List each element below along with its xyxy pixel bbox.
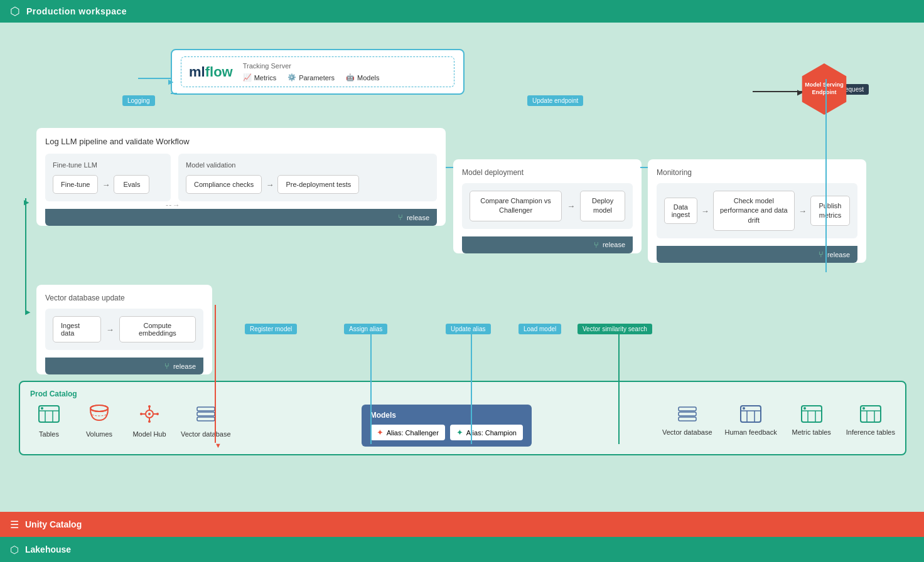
catalog-human-feedback: Human feedback xyxy=(725,405,777,436)
deploy-node: Deploy model xyxy=(580,191,625,221)
unity-catalog-bar: ☰ Unity Catalog xyxy=(0,512,924,537)
svg-rect-21 xyxy=(679,412,696,416)
svg-point-6 xyxy=(90,405,108,411)
serving-endpoint-label: Model Serving Endpoint xyxy=(803,82,845,96)
catalog-vector-db-left: Vector database xyxy=(181,405,231,438)
deployment-release-label: release xyxy=(603,241,625,248)
catalog-inference-tables-label: Inference tables xyxy=(846,428,895,436)
catalog-volumes: Volumes xyxy=(80,405,118,438)
serving-endpoint: Model Serving Endpoint xyxy=(798,63,850,115)
evals-node: Evals xyxy=(114,175,149,194)
vector-release-bar: ⑂ release xyxy=(45,358,203,374)
svg-rect-18 xyxy=(197,412,215,416)
check-model-node: Check model performance and data drift xyxy=(713,191,795,231)
catalog-tables-label: Tables xyxy=(39,430,59,438)
vector-similarity-badge: Vector similarity search xyxy=(578,324,652,334)
vector-release-label: release xyxy=(173,363,196,370)
svg-rect-19 xyxy=(197,417,215,421)
compliance-node: Compliance checks xyxy=(186,175,262,194)
svg-rect-17 xyxy=(197,407,215,411)
lakehouse-label: Lakehouse xyxy=(25,544,71,554)
vector-db-title: Vector database update xyxy=(45,294,203,302)
lakehouse-bar: ⬡ Lakehouse xyxy=(0,537,924,562)
deployment-title: Model deployment xyxy=(462,168,633,177)
catalog-tables: Tables xyxy=(30,405,68,438)
prod-catalog-title: Prod Catalog xyxy=(30,390,895,398)
alias-challenger: ✦ Alias: Challenger xyxy=(370,425,445,440)
catalog-metric-tables-label: Metric tables xyxy=(792,428,831,436)
deployment-box: Model deployment Compare Champion vs Cha… xyxy=(453,159,642,253)
deployment-release-bar: ⑂ release xyxy=(462,236,633,253)
mlflow-logo: mlflow xyxy=(189,64,233,80)
register-model-badge: Register model xyxy=(245,324,297,334)
catalog-vector-right-label: Vector database xyxy=(662,428,712,436)
monitoring-box: Monitoring Data ingest → Check model per… xyxy=(648,159,866,263)
tracking-metrics: 📈 Metrics xyxy=(243,73,276,82)
vector-db-box: Vector database update Ingest data → Com… xyxy=(36,285,212,374)
compute-embeddings-node: Compute embeddings xyxy=(119,316,196,342)
workflow-box: Log LLM pipeline and validate Workflow F… xyxy=(36,128,446,226)
svg-point-16 xyxy=(156,413,159,415)
svg-point-37 xyxy=(862,407,865,410)
svg-point-13 xyxy=(148,405,151,408)
svg-point-15 xyxy=(140,413,142,415)
top-bar: ⬡ Production workspace xyxy=(0,0,924,23)
finetune-node: Fine-tune xyxy=(53,175,98,194)
catalog-inference-tables: Inference tables xyxy=(846,405,895,436)
prod-catalog: Prod Catalog Tables Volumes xyxy=(19,381,906,455)
catalog-model-hub: Model Hub xyxy=(131,405,168,438)
catalog-volumes-label: Volumes xyxy=(86,430,112,438)
main-canvas: mlflow Tracking Server 📈 Metrics ⚙️ Para… xyxy=(0,23,924,512)
catalog-vector-db-right: Vector database xyxy=(662,405,712,436)
workflow-title: Log LLM pipeline and validate Workflow xyxy=(45,137,437,146)
svg-point-4 xyxy=(41,407,43,410)
publish-metrics-node: Publish metrics xyxy=(810,196,850,226)
alias-champion: ✦ Alias: Champion xyxy=(450,425,523,440)
tracking-server-label: Tracking Server xyxy=(243,62,446,70)
ingest-data-node: Ingest data xyxy=(53,316,101,342)
workflow-release-bar: ⑂ release xyxy=(45,209,437,226)
tracking-parameters: ⚙️ Parameters xyxy=(287,73,335,82)
catalog-metric-tables: Metric tables xyxy=(790,405,834,436)
finetune-section: Fine-tune LLM Fine-tune → Evals xyxy=(45,154,171,201)
predeployment-node: Pre-deployment tests xyxy=(277,175,359,194)
svg-rect-22 xyxy=(679,417,696,421)
catalog-human-feedback-label: Human feedback xyxy=(725,428,777,436)
monitoring-release-bar: ⑂ release xyxy=(657,246,857,263)
workspace-title: Production workspace xyxy=(26,6,127,16)
workflow-release-label: release xyxy=(407,214,429,221)
monitoring-title: Monitoring xyxy=(657,168,857,177)
svg-point-8 xyxy=(148,413,151,415)
logging-badge: Logging xyxy=(122,95,155,106)
compare-node: Compare Champion vs Challenger xyxy=(470,191,562,221)
models-title: Models xyxy=(370,411,523,420)
monitoring-release-label: release xyxy=(827,251,850,258)
load-model-badge: Load model xyxy=(518,324,561,334)
unity-catalog-icon: ☰ xyxy=(10,519,19,531)
svg-point-14 xyxy=(148,420,151,423)
assign-alias-badge: Assign alias xyxy=(344,324,387,334)
svg-point-27 xyxy=(743,407,745,410)
catalog-vector-db-label: Vector database xyxy=(181,430,231,438)
finetune-title: Fine-tune LLM xyxy=(53,161,163,169)
catalog-model-hub-label: Model Hub xyxy=(132,430,166,438)
models-box: Models ✦ Alias: Challenger ✦ Alias: Cham… xyxy=(362,405,532,447)
update-endpoint-badge: Update endpoint xyxy=(527,95,583,106)
validation-section: Model validation Compliance checks → Pre… xyxy=(178,154,437,201)
unity-catalog-label: Unity Catalog xyxy=(25,519,82,529)
workspace-icon: ⬡ xyxy=(10,4,20,18)
validation-title: Model validation xyxy=(186,161,429,169)
svg-rect-20 xyxy=(679,407,696,411)
tracking-models: 🤖 Models xyxy=(346,73,379,82)
svg-point-32 xyxy=(803,407,806,410)
lakehouse-icon: ⬡ xyxy=(10,544,19,556)
mlflow-tracking-box: mlflow Tracking Server 📈 Metrics ⚙️ Para… xyxy=(171,49,465,95)
update-alias-badge: Update alias xyxy=(446,324,491,334)
data-ingest-node: Data ingest xyxy=(664,198,697,224)
